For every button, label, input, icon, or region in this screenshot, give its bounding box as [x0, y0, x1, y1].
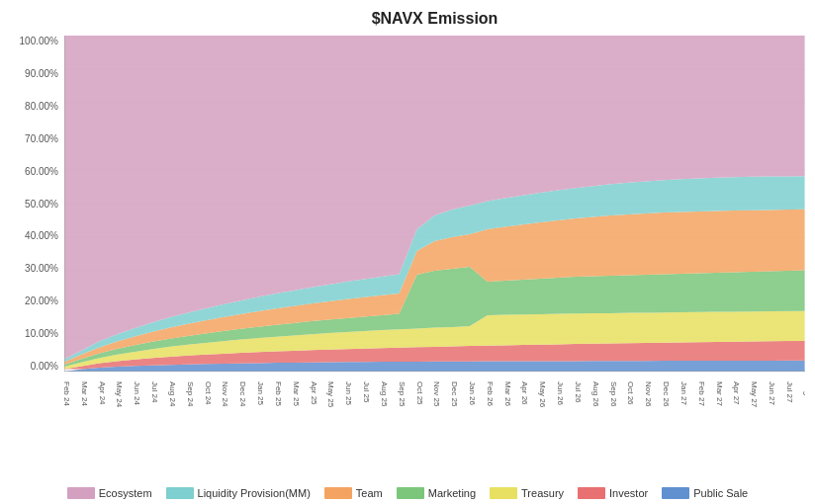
- y-label-70: 70.00%: [7, 133, 58, 144]
- svg-text:Apr 24: Apr 24: [98, 381, 107, 405]
- svg-text:Dec 26: Dec 26: [662, 381, 671, 407]
- legend-public-sale: Public Sale: [662, 487, 748, 499]
- legend-color-investor: [578, 487, 605, 499]
- svg-text:Dec 24: Dec 24: [238, 381, 247, 407]
- svg-text:Aug 27: Aug 27: [803, 381, 805, 407]
- svg-text:Mar 27: Mar 27: [715, 381, 724, 406]
- svg-text:Jun 25: Jun 25: [344, 381, 353, 406]
- svg-text:Jun 27: Jun 27: [768, 381, 776, 406]
- legend-color-marketing: [397, 487, 424, 499]
- svg-text:Jul 26: Jul 26: [574, 381, 583, 403]
- y-label-50: 50.00%: [7, 199, 58, 210]
- svg-text:Aug 24: Aug 24: [168, 381, 177, 407]
- svg-text:Dec 25: Dec 25: [450, 381, 459, 407]
- svg-text:May 26: May 26: [538, 381, 547, 408]
- legend-marketing: Marketing: [397, 487, 476, 499]
- y-label-20: 20.00%: [7, 295, 58, 306]
- y-label-40: 40.00%: [7, 230, 58, 241]
- legend-label-team: Team: [356, 487, 383, 499]
- svg-text:Sep 26: Sep 26: [609, 381, 618, 407]
- svg-text:Oct 24: Oct 24: [204, 381, 213, 405]
- legend-liquidity: Liquidity Provision(MM): [166, 487, 311, 499]
- svg-text:Oct 25: Oct 25: [415, 381, 424, 405]
- svg-text:May 24: May 24: [115, 381, 124, 408]
- svg-text:Jan 27: Jan 27: [679, 381, 688, 406]
- y-label-60: 60.00%: [7, 166, 58, 177]
- legend-investor: Investor: [578, 487, 648, 499]
- svg-text:Jun 24: Jun 24: [133, 381, 141, 406]
- svg-text:Nov 26: Nov 26: [644, 381, 653, 407]
- svg-text:Jun 26: Jun 26: [556, 381, 565, 406]
- svg-text:Nov 25: Nov 25: [432, 381, 441, 407]
- chart-container: $NAVX Emission 0.00% 10.00% 20.00% 30.00…: [0, 0, 815, 504]
- legend-treasury: Treasury: [490, 487, 564, 499]
- svg-text:Mar 24: Mar 24: [80, 381, 89, 406]
- svg-text:Apr 27: Apr 27: [732, 381, 741, 405]
- svg-text:Feb 24: Feb 24: [64, 381, 71, 406]
- svg-text:Feb 25: Feb 25: [274, 381, 283, 406]
- svg-text:Apr 26: Apr 26: [520, 381, 529, 405]
- svg-text:Sep 25: Sep 25: [398, 381, 407, 407]
- svg-text:Aug 26: Aug 26: [591, 381, 600, 407]
- svg-text:May 25: May 25: [326, 381, 335, 408]
- x-axis-labels: Feb 24 Mar 24 Apr 24 May 24 Jun 24 Jul 2…: [64, 374, 805, 441]
- legend-color-treasury: [490, 487, 517, 499]
- legend-ecosystem: Ecosystem: [67, 487, 152, 499]
- svg-text:Jan 26: Jan 26: [468, 381, 477, 406]
- svg-text:May 27: May 27: [750, 381, 759, 408]
- y-label-80: 80.00%: [7, 101, 58, 112]
- svg-text:Nov 24: Nov 24: [221, 381, 229, 407]
- y-axis: 0.00% 10.00% 20.00% 30.00% 40.00% 50.00%…: [7, 36, 58, 372]
- chart-legend: Ecosystem Liquidity Provision(MM) Team M…: [37, 487, 778, 499]
- legend-color-team: [324, 487, 352, 499]
- svg-text:Apr 25: Apr 25: [310, 381, 318, 405]
- chart-svg: [64, 36, 805, 372]
- svg-text:Oct 26: Oct 26: [626, 381, 635, 405]
- y-label-30: 30.00%: [7, 263, 58, 274]
- legend-label-treasury: Treasury: [521, 487, 564, 499]
- y-label-10: 10.00%: [7, 328, 58, 339]
- svg-text:Mar 25: Mar 25: [292, 381, 301, 406]
- svg-text:Feb 27: Feb 27: [697, 381, 706, 406]
- svg-text:Jan 25: Jan 25: [256, 381, 265, 406]
- svg-text:Feb 26: Feb 26: [486, 381, 495, 406]
- chart-title: $NAVX Emission: [64, 10, 805, 28]
- legend-label-ecosystem: Ecosystem: [99, 487, 152, 499]
- svg-text:Jul 27: Jul 27: [785, 381, 794, 403]
- svg-text:Aug 25: Aug 25: [380, 381, 389, 407]
- legend-color-ecosystem: [67, 487, 95, 499]
- y-label-90: 90.00%: [7, 68, 58, 79]
- svg-text:Sep 24: Sep 24: [186, 381, 195, 407]
- legend-color-liquidity: [166, 487, 194, 499]
- legend-label-marketing: Marketing: [428, 487, 476, 499]
- legend-team: Team: [324, 487, 383, 499]
- legend-label-liquidity: Liquidity Provision(MM): [198, 487, 311, 499]
- legend-color-public-sale: [662, 487, 689, 499]
- svg-text:Jul 25: Jul 25: [362, 381, 371, 403]
- svg-text:Jul 24: Jul 24: [150, 381, 159, 403]
- svg-text:Mar 26: Mar 26: [503, 381, 512, 406]
- y-label-100: 100.00%: [7, 36, 58, 46]
- legend-label-public-sale: Public Sale: [693, 487, 748, 499]
- y-label-0: 0.00%: [7, 361, 58, 372]
- legend-label-investor: Investor: [609, 487, 648, 499]
